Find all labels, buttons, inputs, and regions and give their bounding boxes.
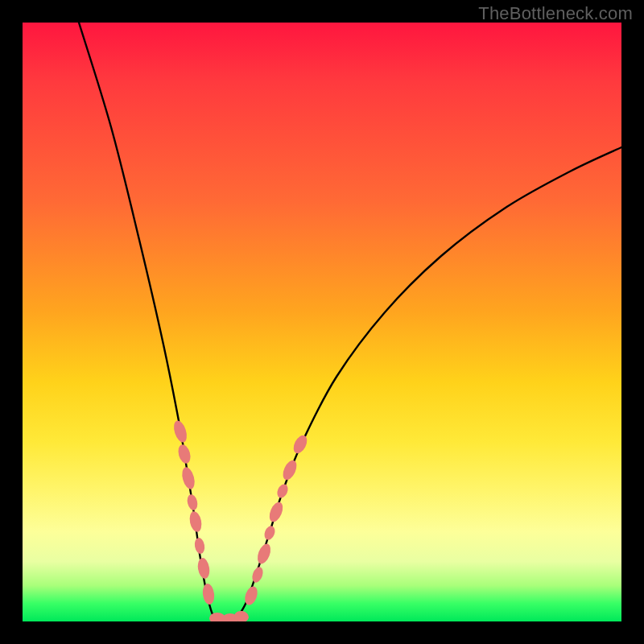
marker-left-7 <box>201 583 215 605</box>
watermark-text: TheBottleneck.com <box>478 3 633 24</box>
marker-left-3 <box>186 493 199 511</box>
chart-svg <box>23 23 621 621</box>
marker-left-1 <box>176 444 192 465</box>
plot-area <box>23 23 621 621</box>
marker-group <box>171 419 310 621</box>
marker-right-3 <box>262 524 277 541</box>
marker-right-1 <box>250 566 265 584</box>
marker-bottom-2 <box>233 610 250 621</box>
curve-right-branch <box>236 147 621 620</box>
marker-left-4 <box>188 510 203 533</box>
chart-frame: TheBottleneck.com <box>0 0 644 644</box>
marker-left-0 <box>171 419 189 444</box>
marker-left-2 <box>180 466 197 491</box>
marker-left-6 <box>196 557 211 580</box>
marker-left-5 <box>193 537 205 555</box>
marker-right-2 <box>255 542 273 565</box>
marker-right-7 <box>291 433 309 456</box>
marker-right-6 <box>280 458 299 481</box>
marker-right-4 <box>266 500 285 523</box>
marker-right-5 <box>275 482 290 499</box>
